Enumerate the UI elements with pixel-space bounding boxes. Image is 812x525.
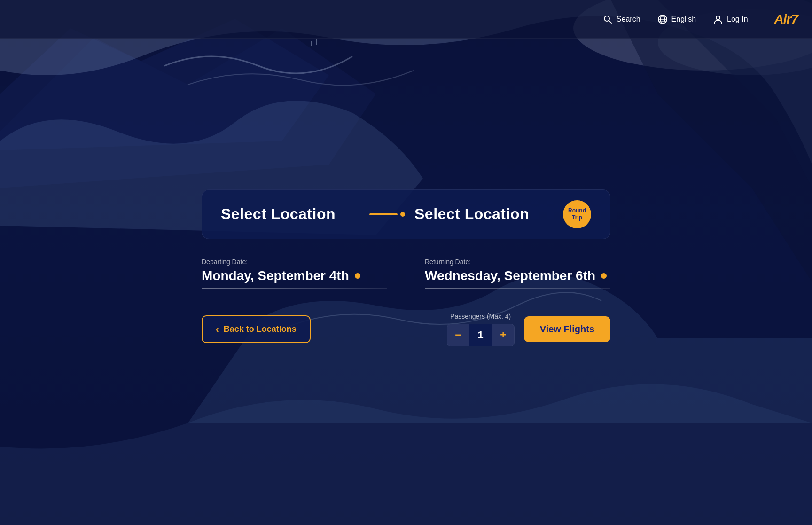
returning-underline (425, 288, 610, 289)
language-label: English (671, 15, 696, 24)
increment-icon: + (500, 329, 506, 341)
language-nav-item[interactable]: English (657, 14, 696, 24)
passengers-label: Passengers (Max. 4) (450, 313, 511, 320)
user-icon (713, 14, 723, 24)
login-nav-item[interactable]: Log In (713, 14, 748, 24)
nav-items: Search English Log In (602, 12, 798, 27)
search-nav-item[interactable]: Search (602, 14, 640, 24)
navbar: Search English Log In (0, 0, 812, 39)
departing-label: Departing Date: (202, 258, 387, 266)
returning-value[interactable]: Wednesday, September 6th (425, 268, 595, 283)
departing-value[interactable]: Monday, September 4th (202, 268, 349, 283)
decrement-icon: − (455, 329, 461, 341)
search-icon (602, 14, 613, 24)
returning-value-row: Wednesday, September 6th (425, 268, 610, 283)
location-bar: Select Location Select Location Round Tr… (202, 189, 610, 239)
passengers-count: 1 (469, 329, 492, 341)
back-to-locations-button[interactable]: ‹ Back to Locations (202, 315, 311, 343)
route-line (369, 213, 398, 215)
login-label: Log In (727, 15, 748, 24)
route-dot (400, 212, 405, 217)
departing-dot (355, 273, 360, 279)
actions-section: ‹ Back to Locations Passengers (Max. 4) … (202, 313, 610, 346)
logo[interactable]: Air7 (774, 12, 798, 27)
route-connector (360, 212, 414, 217)
right-actions: Passengers (Max. 4) − 1 + View Flights (447, 313, 610, 346)
svg-line-10 (609, 20, 611, 23)
passengers-section: Passengers (Max. 4) − 1 + (447, 313, 515, 346)
logo-text: Air7 (774, 12, 798, 26)
back-label: Back to Locations (224, 324, 297, 334)
returning-dot (601, 273, 607, 279)
to-location-label: Select Location (414, 205, 529, 223)
returning-label: Returning Date: (425, 258, 610, 266)
globe-icon (657, 14, 668, 24)
round-trip-label: Round Trip (563, 207, 591, 221)
from-location-label: Select Location (221, 205, 336, 223)
from-location-slot[interactable]: Select Location (221, 205, 360, 223)
view-flights-label: View Flights (540, 324, 594, 334)
passengers-counter: − 1 + (447, 324, 515, 346)
view-flights-button[interactable]: View Flights (524, 316, 610, 342)
main-content: Select Location Select Location Round Tr… (0, 39, 812, 525)
round-trip-badge[interactable]: Round Trip (563, 200, 591, 228)
departing-value-row: Monday, September 4th (202, 268, 387, 283)
search-label: Search (617, 15, 640, 24)
dates-section: Departing Date: Monday, September 4th Re… (202, 258, 610, 289)
returning-date-col: Returning Date: Wednesday, September 6th (425, 258, 610, 289)
back-chevron-icon: ‹ (216, 324, 219, 335)
decrement-passengers-button[interactable]: − (447, 324, 469, 346)
svg-point-16 (716, 16, 720, 20)
departing-date-col: Departing Date: Monday, September 4th (202, 258, 387, 289)
departing-underline (202, 288, 387, 289)
to-location-slot[interactable]: Select Location (414, 205, 554, 223)
increment-passengers-button[interactable]: + (492, 324, 514, 346)
